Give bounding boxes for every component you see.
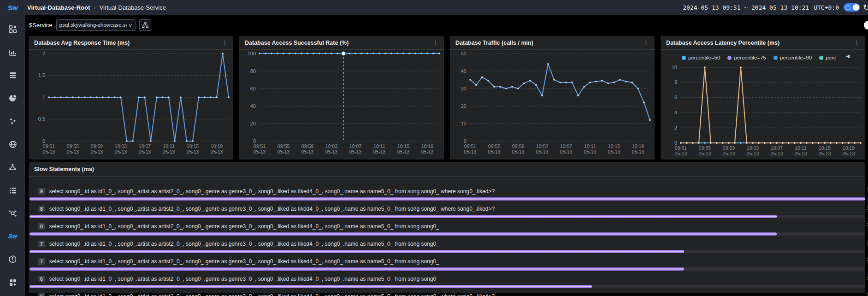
svg-text:05-13: 05-13	[301, 149, 314, 154]
duration-bar	[30, 232, 777, 236]
sidebar-item-marketplace[interactable]	[7, 47, 18, 57]
svg-text:05-13: 05-13	[163, 149, 175, 154]
list-icon	[9, 186, 17, 195]
svg-text:0.5: 0.5	[38, 116, 45, 122]
traffic-chart[interactable]: 0102030405009:5105-1309:5505-1309:5905-1…	[450, 50, 655, 157]
svg-text:10:07: 10:07	[349, 143, 361, 149]
panel-avg-response-time: Database Avg Response Time (ms) ⋮ 00.511…	[29, 36, 233, 160]
refresh-icon[interactable]: ↻	[863, 3, 868, 12]
skywalking-logo[interactable]: Sw	[0, 4, 25, 12]
svg-text:05-13: 05-13	[747, 151, 759, 156]
svg-text:05-13: 05-13	[464, 149, 477, 154]
auto-refresh-knob[interactable]	[864, 21, 868, 30]
slow-statement-row[interactable]: 6select song0_.id as id1_0_, song0_.arti…	[30, 275, 865, 288]
svg-text:05-13: 05-13	[488, 149, 501, 154]
panel-menu-icon[interactable]: ⋮	[642, 39, 650, 46]
svg-text:05-13: 05-13	[187, 149, 199, 154]
chart-legend[interactable]: percentile=50percentile=75percentile=90p…	[661, 50, 865, 64]
duration-bar-track	[30, 267, 865, 271]
svg-text:09:51: 09:51	[464, 143, 476, 149]
svg-text:6: 6	[674, 95, 677, 100]
panel-menu-icon[interactable]: ⋮	[221, 39, 229, 46]
sql-text: select song0_.id as id1_0_, song0_.artis…	[49, 293, 495, 296]
panel-menu-icon[interactable]: ⋮	[853, 39, 861, 46]
slow-statement-row[interactable]: 7select song0_.id as id1_0_, song0_.arti…	[30, 258, 865, 271]
legend-item[interactable]: percentile=90	[774, 55, 812, 60]
sidebar-item-dashboards[interactable]	[7, 24, 18, 34]
sidebar-item-databases[interactable]	[7, 70, 18, 80]
avg-response-time-chart[interactable]: 00.511.5209:5105-1309:5505-1309:5905-131…	[29, 50, 233, 157]
sidebar-item-sampling[interactable]	[7, 116, 18, 126]
legend-label: perc	[826, 55, 836, 60]
legend-item[interactable]: percentile=75	[727, 55, 766, 60]
latency-percentile-chart[interactable]: 024681009:5105-1309:5505-1309:5905-1310:…	[661, 64, 865, 159]
duration-bar	[30, 215, 777, 218]
row-overflow-dots-icon[interactable]: ⋮	[865, 205, 868, 210]
slow-statement-text-line: 8select song0_.id as id1_0_, song0_.arti…	[30, 205, 865, 213]
svg-text:09:55: 09:55	[699, 145, 711, 151]
charts-row: Database Avg Response Time (ms) ⋮ 00.511…	[29, 36, 865, 160]
svg-text:05-13: 05-13	[632, 149, 644, 154]
chevron-right-icon: ›	[94, 4, 95, 11]
legend-dot-icon	[682, 56, 686, 60]
svg-text:10:07: 10:07	[771, 145, 783, 151]
legend-pager-icon[interactable]: ◀	[846, 53, 850, 59]
svg-text:10:11: 10:11	[584, 143, 596, 149]
latency-badge: 7	[38, 241, 45, 247]
slow-statement-row[interactable]: 7select song0_.id as id1_0_, song0_.arti…	[30, 240, 865, 253]
duration-bar-track	[30, 285, 865, 288]
service-select[interactable]: psql.skywalking-showcase.svc. ∨	[56, 19, 136, 31]
svg-text:05-13: 05-13	[723, 151, 735, 156]
svg-text:05-13: 05-13	[795, 151, 807, 156]
duration-bar	[30, 285, 592, 288]
breadcrumb-current[interactable]: Virtual-Database-Service	[100, 4, 166, 11]
svg-text:80: 80	[250, 68, 256, 74]
sidebar-item-alerting[interactable]	[7, 255, 18, 264]
sidebar-item-skywalking-active[interactable]: Sw	[7, 231, 18, 241]
top-header: Sw Virtual-Database-Root › Virtual-Datab…	[0, 0, 868, 15]
svg-text:05-13: 05-13	[608, 149, 620, 154]
row-overflow-dots-icon[interactable]: ⋮	[865, 240, 868, 245]
timezone-label: UTC+0:0	[814, 4, 839, 11]
slow-statement-row[interactable]: 6select song0_.id as id1_0_, song0_.arti…	[30, 293, 865, 296]
row-overflow-dots-icon[interactable]: ⋮	[865, 223, 868, 228]
service-toolbar: $Service psql.skywalking-showcase.svc. ∨	[25, 15, 868, 35]
row-overflow-dots-icon[interactable]: ⋮	[865, 188, 868, 193]
legend-item[interactable]: percentile=50	[682, 55, 720, 60]
sidebar-item-gateway[interactable]	[7, 208, 18, 218]
slow-statements-panel: Slow Statements (ms) 9select song0_.id a…	[29, 162, 865, 293]
sidebar-item-new-dashboard[interactable]	[7, 278, 18, 287]
svg-text:05-13: 05-13	[278, 149, 290, 154]
time-range-picker[interactable]: 2024-05-13 09:51 ~ 2024-05-13 10:21	[683, 4, 809, 11]
pie-chart-icon	[9, 94, 17, 102]
svg-text:05-13: 05-13	[67, 149, 79, 154]
row-overflow-dots-icon[interactable]: ⋮	[865, 293, 868, 296]
sidebar-item-browser[interactable]	[7, 139, 18, 149]
svg-text:05-13: 05-13	[560, 149, 573, 154]
clock-icon	[845, 5, 850, 10]
svg-text:0: 0	[253, 138, 256, 144]
slow-statement-row[interactable]: 8select song0_.id as id1_0_, song0_.arti…	[30, 205, 865, 218]
slow-statement-text-line: 7select song0_.id as id1_0_, song0_.arti…	[30, 258, 865, 265]
panel-header: Database Avg Response Time (ms) ⋮	[29, 36, 233, 50]
globe-icon	[9, 140, 17, 148]
sidebar-item-infrastructure[interactable]	[7, 93, 18, 103]
row-overflow-dots-icon[interactable]: ⋮	[865, 275, 868, 280]
panel-menu-icon[interactable]: ⋮	[431, 39, 439, 46]
row-overflow-dots-icon[interactable]: ⋮	[865, 258, 868, 263]
utc-toggle[interactable]	[844, 3, 860, 12]
successful-rate-chart[interactable]: 02040608010009:5105-1309:5505-1309:5905-…	[239, 50, 444, 157]
slow-statement-text-line: 8select song0_.id as id1_0_, song0_.arti…	[30, 223, 865, 230]
chart-canvas: 0102030405009:5105-1309:5505-1309:5905-1…	[450, 50, 655, 157]
svg-text:10: 10	[461, 121, 466, 126]
breadcrumb-root[interactable]: Virtual-Database-Root	[27, 4, 90, 11]
sidebar-item-service-mesh[interactable]	[7, 162, 18, 172]
scatter-dots-icon	[9, 117, 17, 125]
slow-statement-row[interactable]: 9select song0_.id as id1_0_, song0_.arti…	[30, 188, 865, 201]
service-topology-button[interactable]	[139, 19, 151, 31]
svg-text:40: 40	[250, 103, 256, 109]
slow-statement-row[interactable]: 8select song0_.id as id1_0_, song0_.arti…	[30, 223, 865, 236]
sidebar-item-logs[interactable]	[7, 185, 18, 195]
slow-statement-text-line: 6select song0_.id as id1_0_, song0_.arti…	[30, 275, 865, 283]
legend-item[interactable]: perc	[819, 55, 836, 60]
